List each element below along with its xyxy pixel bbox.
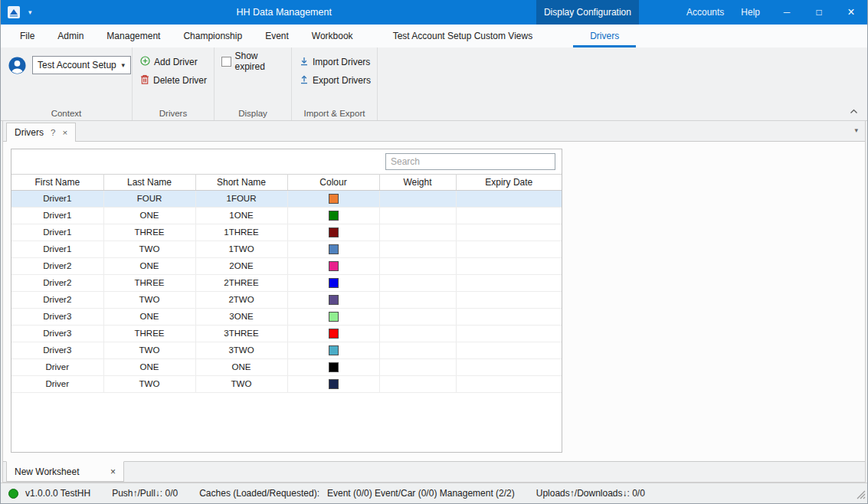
driver-row[interactable]: Driver3TWO3TWO: [11, 342, 562, 359]
document-tab-drivers[interactable]: Drivers ? ×: [6, 123, 76, 142]
title-bar-left: ▾: [1, 0, 32, 25]
tab-championship[interactable]: Championship: [172, 25, 254, 47]
colour-swatch[interactable]: [329, 345, 339, 355]
delete-driver-label: Delete Driver: [153, 75, 207, 86]
colour-cell: [287, 224, 379, 241]
expiry-date-cell: [456, 376, 562, 393]
colour-swatch[interactable]: [329, 362, 339, 372]
short-name-cell: 2THREE: [195, 275, 287, 292]
caches-values: Event (0/0) Event/Car (0/0) Management (…: [327, 488, 515, 499]
drivers-grid: First Name Last Name Short Name Colour W…: [11, 149, 562, 453]
resize-grip[interactable]: [856, 489, 866, 502]
colour-swatch[interactable]: [329, 261, 339, 271]
uploads-downloads-status: Uploads↑/Downloads↓: 0/0: [536, 488, 645, 499]
column-header-first-name[interactable]: First Name: [11, 175, 103, 191]
driver-row[interactable]: Driver3ONE3ONE: [11, 309, 562, 326]
weight-cell: [379, 241, 456, 258]
document-tabs-dropdown-icon[interactable]: ▾: [854, 126, 858, 134]
export-drivers-button[interactable]: Export Drivers: [300, 72, 374, 89]
tab-management[interactable]: Management: [95, 25, 172, 47]
worksheet-tab[interactable]: New Worksheet ×: [6, 461, 124, 482]
colour-cell: [287, 241, 379, 258]
last-name-cell: THREE: [103, 275, 195, 292]
group-label-display: Display: [215, 109, 291, 118]
driver-row[interactable]: Driver1ONE1ONE: [11, 208, 562, 224]
column-header-last-name[interactable]: Last Name: [103, 175, 195, 191]
user-icon: [8, 57, 26, 74]
tab-event[interactable]: Event: [254, 25, 300, 47]
tab-help-icon[interactable]: ?: [51, 128, 55, 137]
ribbon-group-display: Show expired Display: [215, 47, 292, 120]
tab-custom-views-group[interactable]: Test Account Setup Custom Views: [382, 25, 545, 47]
last-name-cell: ONE: [103, 309, 195, 326]
tab-drivers[interactable]: Drivers: [573, 25, 636, 47]
colour-swatch[interactable]: [329, 312, 339, 322]
maximize-button[interactable]: □: [803, 0, 835, 25]
colour-swatch[interactable]: [329, 244, 339, 254]
colour-cell: [287, 191, 379, 208]
show-expired-label: Show expired: [235, 51, 288, 72]
weight-cell: [379, 326, 456, 342]
import-drivers-button[interactable]: Import Drivers: [300, 54, 374, 70]
document-area: First Name Last Name Short Name Colour W…: [3, 142, 865, 461]
ribbon: Test Account Setup ▾ Context Add Driver: [1, 47, 867, 121]
expiry-date-cell: [456, 309, 562, 326]
column-header-expiry-date[interactable]: Expiry Date: [456, 175, 562, 191]
export-drivers-label: Export Drivers: [313, 75, 371, 86]
short-name-cell: 3TWO: [195, 342, 287, 359]
weight-cell: [379, 342, 456, 359]
colour-swatch[interactable]: [329, 278, 339, 288]
help-link[interactable]: Help: [741, 7, 760, 18]
weight-cell: [379, 258, 456, 275]
expiry-date-cell: [456, 342, 562, 359]
colour-swatch[interactable]: [329, 211, 339, 221]
colour-swatch[interactable]: [329, 295, 339, 305]
tab-file[interactable]: File: [8, 25, 46, 47]
column-header-colour[interactable]: Colour: [287, 175, 379, 191]
driver-row[interactable]: Driver1FOUR1FOUR: [11, 191, 562, 208]
last-name-cell: ONE: [103, 359, 195, 376]
driver-row[interactable]: Driver1TWO1TWO: [11, 241, 562, 258]
worksheet-tab-bar: New Worksheet ×: [3, 461, 865, 482]
driver-row[interactable]: Driver3THREE3THREE: [11, 326, 562, 342]
driver-row[interactable]: Driver2ONE2ONE: [11, 258, 562, 275]
expiry-date-cell: [456, 326, 562, 342]
expiry-date-cell: [456, 359, 562, 376]
driver-row[interactable]: Driver1THREE1THREE: [11, 224, 562, 241]
worksheet-close-icon[interactable]: ×: [110, 466, 116, 477]
driver-row[interactable]: Driver2TWO2TWO: [11, 292, 562, 309]
search-input[interactable]: [385, 153, 555, 170]
driver-row[interactable]: Driver2THREE2THREE: [11, 275, 562, 292]
delete-driver-button[interactable]: Delete Driver: [140, 72, 211, 89]
close-button[interactable]: ×: [835, 0, 867, 25]
show-expired-checkbox[interactable]: [221, 57, 231, 67]
column-header-short-name[interactable]: Short Name: [195, 175, 287, 191]
minimize-button[interactable]: ─: [771, 0, 803, 25]
app-icon[interactable]: [7, 5, 21, 19]
accounts-link[interactable]: Accounts: [686, 7, 724, 18]
tab-workbook[interactable]: Workbook: [300, 25, 365, 47]
add-driver-button[interactable]: Add Driver: [140, 54, 211, 70]
short-name-cell: 3ONE: [195, 309, 287, 326]
import-drivers-label: Import Drivers: [313, 57, 370, 67]
short-name-cell: 1FOUR: [195, 191, 287, 208]
colour-swatch[interactable]: [329, 227, 339, 237]
column-header-weight[interactable]: Weight: [379, 175, 456, 191]
collapse-ribbon-icon[interactable]: [850, 106, 858, 116]
colour-swatch[interactable]: [329, 329, 339, 339]
group-label-context: Context: [1, 109, 132, 118]
group-label-import-export: Import & Export: [292, 109, 377, 118]
first-name-cell: Driver: [11, 376, 103, 393]
last-name-cell: ONE: [103, 258, 195, 275]
contextual-tab-header[interactable]: Display Configuration: [536, 0, 639, 25]
drivers-table: First Name Last Name Short Name Colour W…: [11, 174, 562, 393]
colour-swatch[interactable]: [329, 194, 339, 204]
table-header-row: First Name Last Name Short Name Colour W…: [11, 175, 562, 191]
driver-row[interactable]: DriverONEONE: [11, 359, 562, 376]
tab-close-icon[interactable]: ×: [62, 128, 67, 137]
driver-row[interactable]: DriverTWOTWO: [11, 376, 562, 393]
context-selector[interactable]: Test Account Setup ▾: [32, 56, 131, 74]
colour-swatch[interactable]: [329, 379, 339, 389]
tab-admin[interactable]: Admin: [46, 25, 95, 47]
colour-cell: [287, 208, 379, 224]
